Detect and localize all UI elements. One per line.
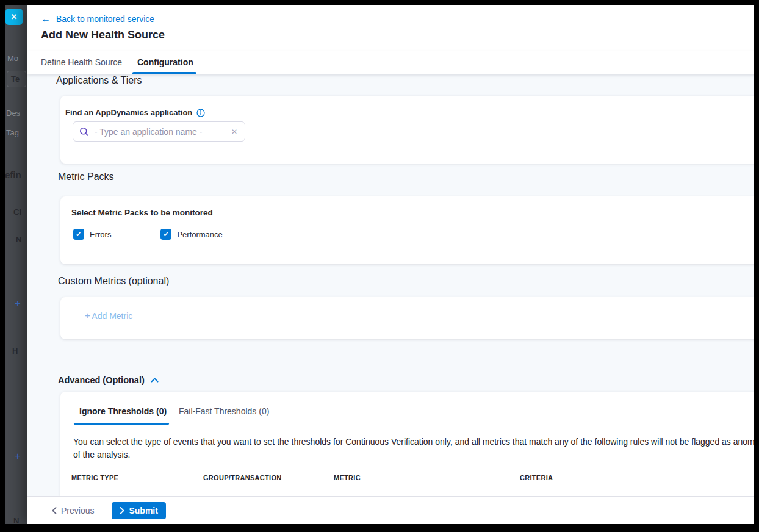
previous-button-label: Previous [61,506,94,516]
back-to-monitored-service-link[interactable]: ← Back to monitored service [41,14,154,24]
bg-input-fragment: Te [7,71,26,87]
dimmed-background-page: Mo Te Des Tag efin Cl N + H + N [5,5,27,524]
bg-plus-fragment: + [15,298,21,310]
thresholds-description-line2: of the analysis. [73,448,759,461]
drawer-close-button[interactable]: ✕ [5,9,23,25]
checkbox-errors[interactable]: ✓ Errors [73,229,111,240]
checkbox-checked-icon: ✓ [73,229,84,240]
active-threshold-tab-underline [74,423,169,425]
info-icon[interactable] [196,109,205,117]
screen: Mo Te Des Tag efin Cl N + H + N ✕ ← Back… [0,0,759,532]
bg-plus-fragment: + [15,450,21,462]
column-header-group-transaction: GROUP/TRANSACTION [203,474,282,481]
section-title-applications-tiers: Applications & Tiers [56,75,142,86]
bg-text-fragment: Tag [6,128,19,137]
metric-pack-options: ✓ Errors ✓ Performance [73,229,223,240]
metric-packs-card: Select Metric Packs to be monitored ✓ Er… [60,196,759,264]
add-health-source-drawer: ← Back to monitored service Add New Heal… [27,5,759,524]
tab-define-health-source[interactable]: Define Health Source [41,57,122,67]
table-header-divider [60,492,759,492]
back-link-label: Back to monitored service [56,14,154,24]
bg-text-fragment: N [13,516,19,524]
bg-text-fragment: Mo [7,54,18,63]
previous-button[interactable]: Previous [52,506,94,516]
column-header-criteria: CRITERIA [520,474,553,481]
wizard-tabbar: Define Health Source Configuration [27,51,759,74]
chevron-right-icon [120,507,124,514]
bg-text-fragment: efin [5,170,21,180]
column-header-metric: METRIC [334,474,361,481]
drawer-footer: Previous Submit [27,496,759,524]
chevron-up-icon [151,378,159,383]
thresholds-description-line1: You can select the type of events that y… [73,436,759,448]
advanced-thresholds-card: Ignore Thresholds (0) Fail-Fast Threshol… [60,392,759,496]
section-title-metric-packs: Metric Packs [58,171,114,182]
checkbox-errors-label: Errors [90,230,111,239]
chevron-left-icon [52,507,57,514]
find-application-label-text: Find an AppDynamics application [65,108,192,117]
checkbox-checked-icon: ✓ [160,229,171,240]
drawer-header: ← Back to monitored service Add New Heal… [27,5,759,51]
checkbox-performance-label: Performance [177,230,222,239]
back-arrow-icon: ← [41,14,51,24]
applications-tiers-card: Find an AppDynamics application ✕ [60,96,759,164]
check-icon: ✓ [163,230,169,239]
thresholds-description: You can select the type of events that y… [73,436,759,461]
bg-text-fragment: Cl [13,207,21,217]
plus-icon: + [85,311,90,322]
window-frame-right [754,0,759,532]
tab-ignore-thresholds[interactable]: Ignore Thresholds (0) [79,406,167,416]
add-metric-button[interactable]: + Add Metric [85,311,132,322]
clear-search-icon[interactable]: ✕ [230,128,239,136]
check-icon: ✓ [76,230,82,239]
metric-packs-subtitle: Select Metric Packs to be monitored [71,208,213,217]
active-tab-underline [132,72,196,74]
submit-button[interactable]: Submit [112,502,165,519]
tab-fail-fast-thresholds[interactable]: Fail-Fast Thresholds (0) [179,406,269,416]
window-frame-bottom [0,524,759,532]
add-metric-label: Add Metric [92,311,132,321]
checkbox-performance[interactable]: ✓ Performance [160,229,222,240]
application-search-field[interactable]: ✕ [73,121,245,142]
find-application-label: Find an AppDynamics application [65,108,205,117]
section-title-custom-metrics: Custom Metrics (optional) [58,276,169,287]
configuration-content: Applications & Tiers Find an AppDynamics… [27,74,759,496]
search-icon [79,127,89,137]
custom-metrics-card: + Add Metric [60,297,759,339]
close-icon: ✕ [11,12,18,21]
column-header-metric-type: METRIC TYPE [71,474,118,481]
page-title: Add New Health Source [41,29,165,41]
advanced-optional-toggle[interactable]: Advanced (Optional) [58,375,159,385]
advanced-title-text: Advanced (Optional) [58,375,145,385]
bg-text-fragment: Des [6,109,20,118]
tab-configuration[interactable]: Configuration [137,57,193,67]
bg-text-fragment: N [16,235,21,244]
application-search-input[interactable] [95,127,225,137]
submit-button-label: Submit [129,506,157,516]
bg-text-fragment: H [12,347,18,356]
